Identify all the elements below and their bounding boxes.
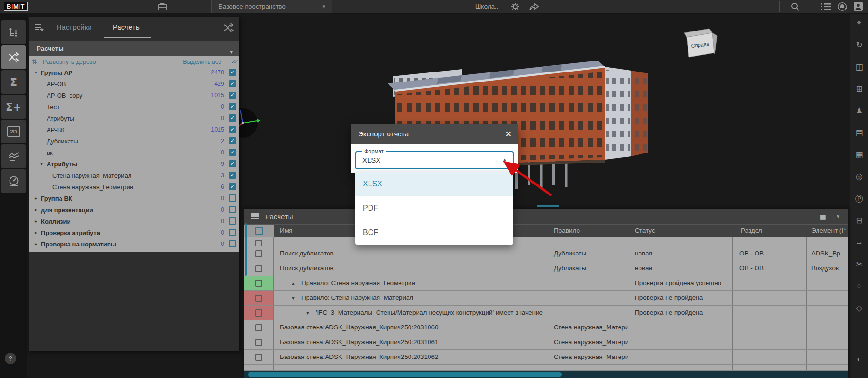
option-xlsx[interactable]: XLSX [355,172,513,196]
caret-icon[interactable]: ▼ [291,291,301,305]
walk-tool-icon[interactable]: ♟ [850,106,868,116]
viewports-tool-icon[interactable]: ◫ [850,62,868,72]
tab-calculations[interactable]: Расчеты [113,23,141,31]
row-checkbox[interactable] [255,339,262,346]
select-all-label[interactable]: Выделить всё [183,59,221,65]
tree-row[interactable]: АР-ОВ_copy1015 [29,90,239,102]
user-avatar-icon[interactable] [853,1,863,13]
columns-icon[interactable]: ▦ [820,213,826,220]
table-row[interactable]: Базовая стена:ADSK_Наружная_Кирпич250:20… [244,320,848,335]
tree-row[interactable]: АР-ВК1015 [29,124,239,136]
tree-row[interactable]: АР-ОВ429 [29,79,239,90]
tree-row[interactable]: Стена наружная_Материал3 [29,170,239,182]
section-tool-icon[interactable]: ⊟ [850,215,868,225]
close-icon[interactable]: ✕ [505,129,512,139]
tree-row-checkbox[interactable] [229,103,236,110]
target-tool-icon[interactable]: ◎ [850,172,868,182]
floors-tool-icon[interactable]: ▤ [850,128,868,138]
briefcase-icon[interactable] [157,2,168,13]
vertical-scroll-indicator[interactable] [245,223,247,276]
menu-icon[interactable] [251,213,259,220]
tree-row[interactable]: ▸для презентации0 [29,204,239,216]
cut-tool-icon[interactable]: ✂ [850,259,868,269]
tab-settings[interactable]: Настройки [57,23,92,31]
sum-add-tool[interactable]: Σ+ [1,95,26,119]
row-checkbox[interactable] [255,265,262,272]
cube-tool-icon[interactable]: ◇ [850,303,868,313]
tree-row-checkbox[interactable] [229,137,236,144]
caret-icon[interactable]: ▼ [305,306,316,320]
sum-tool[interactable]: Σ [1,70,26,94]
tree-row-checkbox[interactable] [229,240,236,247]
dialog-title-bar[interactable]: Экспорт отчета ✕ [351,124,518,144]
view-cube[interactable]: Справа [680,27,723,61]
caret-icon[interactable]: ▸ [35,241,37,246]
option-pdf[interactable]: PDF [355,196,513,220]
tree-row-checkbox[interactable] [229,172,236,179]
schedule-tool-icon[interactable]: ▦ [850,150,868,160]
tree-row[interactable]: Дубликаты2 [29,136,239,147]
collapse-panel-icon[interactable] [34,23,44,34]
sort-ascending-icon[interactable]: ▲ [843,226,847,231]
table-row[interactable]: ▼Правило: Стена наружная_Материал Провер… [244,291,848,306]
horizontal-scrollbar[interactable] [244,371,848,378]
row-checkbox[interactable] [255,250,262,257]
tree-row[interactable]: ▸Проверка на нормативы0 [29,239,239,250]
row-checkbox[interactable] [255,354,262,361]
tree-row-checkbox[interactable] [229,80,236,87]
tree-row-checkbox[interactable] [229,217,236,225]
help-button[interactable]: ? [5,353,16,364]
notifications-icon[interactable] [837,1,848,14]
column-header-status[interactable]: Статус [628,225,739,237]
row-checkbox[interactable] [255,280,262,287]
column-header-section[interactable]: Раздел [733,225,815,237]
caret-icon[interactable]: ▸ [35,195,37,201]
caret-icon[interactable]: ▸ [35,207,37,212]
tree-row[interactable]: ▾Атрибуты9 [29,159,239,170]
share-icon[interactable] [529,2,539,13]
collapse-table-icon[interactable]: ∨ [836,213,840,220]
table-row[interactable] [244,365,848,371]
tree-row[interactable]: вк0 [29,147,239,159]
table-row[interactable]: Базовая стена:ADSK_Наружная_Кирпич250:20… [244,350,848,365]
hide-tool-icon[interactable]: ◌ [850,281,868,291]
dimension-tool-icon[interactable]: ↔ [850,237,868,247]
plan-tool-icon[interactable]: Ⓟ [850,194,868,204]
bimit-logo[interactable]: BiMiT [4,2,28,11]
list-icon[interactable] [821,2,831,13]
tree-row[interactable]: Атрибуты0 [29,113,239,124]
tree-row-checkbox[interactable] [229,183,236,190]
table-row[interactable]: Поиск дубликатов Дубликаты новая ОВ - ОВ… [244,261,848,276]
tree-row-checkbox[interactable] [229,126,236,133]
orbit-tool-icon[interactable]: ↻ [850,40,868,50]
tree-row[interactable]: Стена наружная_Геометрия6 [29,182,239,193]
tree-row-checkbox[interactable] [229,160,236,167]
caret-icon[interactable]: ▲ [291,276,301,290]
tree-row-checkbox[interactable] [229,69,236,76]
tree-row-checkbox[interactable] [229,92,236,99]
select-all-checkbox[interactable] [255,227,263,235]
tree-row[interactable]: ▸Коллизии0 [29,216,239,227]
tree-row[interactable]: Тест0 [29,102,239,113]
focus-tool-icon[interactable]: ⌖ [850,18,868,28]
table-row[interactable]: Базовая стена:ADSK_Наружная_Кирпич250:20… [244,335,848,350]
shuffle-icon[interactable] [223,22,235,35]
project-name[interactable]: Школа.. [475,3,499,10]
table-row[interactable]: Поиск дубликатов Дубликаты новая ОВ - ОВ… [244,246,848,261]
expand-tree-label[interactable]: Развернуть дерево [43,59,96,65]
scrollbar-thumb[interactable] [248,372,562,377]
fit-tool-icon[interactable]: ⊞ [850,84,868,94]
double-check-icon[interactable]: ✓✓ [231,58,236,65]
row-checkbox[interactable] [255,240,262,246]
column-header-rule[interactable]: Правило [546,225,636,237]
tree-row[interactable]: ▾Группа АР2470 [29,67,239,79]
header-checkbox-cell[interactable] [244,225,274,237]
expand-tree-icon[interactable]: ⇅ [32,58,37,65]
tree-row[interactable]: ▸Проверка атрибута0 [29,227,239,239]
row-checkbox[interactable] [255,324,262,331]
gauge-tool[interactable] [1,169,26,193]
globe-tool-icon[interactable]: ◐ [850,355,868,364]
table-row[interactable]: ▼'IFC_3_Материалы_Стены/Материал несущих… [244,306,848,320]
workspace-selector[interactable]: Базовое пространство ▾ [211,0,332,13]
table-row[interactable] [244,237,848,246]
